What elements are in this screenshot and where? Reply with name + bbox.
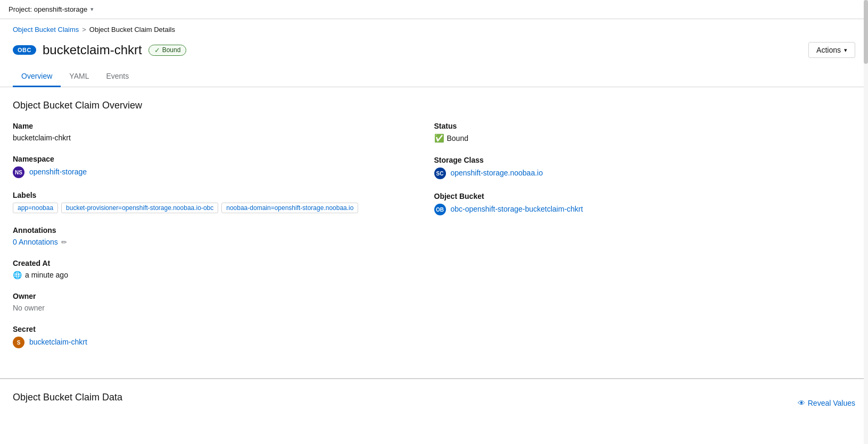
tab-events[interactable]: Events: [97, 66, 137, 87]
globe-icon: 🌐: [13, 271, 22, 279]
reveal-values-button[interactable]: 👁 Reveal Values: [798, 399, 855, 407]
name-label: Name: [13, 122, 434, 130]
page-header: OBC bucketclaim-chkrt ✓ Bound Actions ▾: [0, 38, 868, 66]
field-owner: Owner No owner: [13, 292, 434, 312]
actions-label: Actions: [816, 46, 841, 54]
secret-link[interactable]: bucketclaim-chkrt: [29, 338, 87, 346]
top-bar: Project: openshift-storage ▾: [0, 0, 868, 19]
status-check-icon: ✅: [434, 133, 444, 143]
data-section: Object Bucket Claim Data 👁 Reveal Values: [0, 379, 868, 414]
bound-check-icon: ✓: [154, 46, 160, 54]
storage-class-label: Storage Class: [434, 156, 856, 164]
object-bucket-label: Object Bucket: [434, 192, 856, 200]
project-selector[interactable]: Project: openshift-storage ▾: [9, 5, 94, 13]
reveal-values-label: Reveal Values: [808, 399, 855, 407]
overview-grid: Name bucketclaim-chkrt Namespace NS open…: [13, 122, 855, 361]
status-value: ✅ Bound: [434, 133, 856, 143]
tabs-bar: Overview YAML Events: [0, 66, 868, 87]
annotations-value: 0 Annotations ✏: [13, 238, 434, 246]
ns-badge: NS: [13, 166, 24, 178]
namespace-value: NS openshift-storage: [13, 166, 434, 178]
project-chevron-icon: ▾: [90, 6, 94, 13]
actions-button[interactable]: Actions ▾: [808, 42, 855, 58]
status-label: Status: [434, 122, 856, 130]
left-column: Name bucketclaim-chkrt Namespace NS open…: [13, 122, 434, 361]
page-header-left: OBC bucketclaim-chkrt ✓ Bound: [13, 43, 186, 57]
status-badge: ✓ Bound: [148, 45, 187, 56]
secret-badge: S: [13, 337, 24, 348]
right-column: Status ✅ Bound Storage Class SC openshif…: [434, 122, 856, 361]
main-content: Object Bucket Claim Overview Name bucket…: [0, 87, 868, 374]
field-storage-class: Storage Class SC openshift-storage.nooba…: [434, 156, 856, 179]
bound-label: Bound: [162, 46, 181, 54]
actions-dropdown-icon: ▾: [844, 47, 847, 54]
breadcrumb-current: Object Bucket Claim Details: [89, 26, 175, 33]
object-bucket-link[interactable]: obc-openshift-storage-bucketclaim-chkrt: [450, 205, 583, 213]
label-chip-2[interactable]: bucket-provisioner=openshift-storage.noo…: [61, 203, 218, 213]
eye-icon: 👁: [798, 399, 805, 407]
annotations-label: Annotations: [13, 226, 434, 234]
secret-value: S bucketclaim-chkrt: [13, 337, 434, 348]
storage-class-link[interactable]: openshift-storage.noobaa.io: [450, 169, 543, 177]
created-at-text: a minute ago: [25, 271, 68, 279]
labels-label: Labels: [13, 191, 434, 199]
created-at-label: Created At: [13, 259, 434, 267]
sc-badge: SC: [434, 167, 446, 179]
name-value: bucketclaim-chkrt: [13, 133, 434, 142]
data-section-header: Object Bucket Claim Data 👁 Reveal Values: [13, 392, 855, 414]
field-name: Name bucketclaim-chkrt: [13, 122, 434, 142]
obc-type-badge: OBC: [13, 45, 36, 55]
field-created-at: Created At 🌐 a minute ago: [13, 259, 434, 279]
owner-value: No owner: [13, 304, 434, 312]
scrollbar-thumb[interactable]: [864, 0, 868, 64]
scrollbar-track[interactable]: [864, 0, 868, 418]
page-title: bucketclaim-chkrt: [43, 43, 142, 57]
tab-overview[interactable]: Overview: [13, 66, 61, 87]
namespace-link[interactable]: openshift-storage: [29, 167, 87, 176]
annotations-edit-icon[interactable]: ✏: [61, 238, 67, 246]
labels-list: app=noobaa bucket-provisioner=openshift-…: [13, 203, 434, 213]
object-bucket-value: OB obc-openshift-storage-bucketclaim-chk…: [434, 204, 856, 215]
namespace-label: Namespace: [13, 155, 434, 163]
label-chip-1[interactable]: app=noobaa: [13, 203, 58, 213]
storage-class-value: SC openshift-storage.noobaa.io: [434, 167, 856, 179]
breadcrumb-separator: >: [82, 26, 86, 33]
field-secret: Secret S bucketclaim-chkrt: [13, 325, 434, 348]
field-object-bucket: Object Bucket OB obc-openshift-storage-b…: [434, 192, 856, 215]
breadcrumb-parent-link[interactable]: Object Bucket Claims: [13, 26, 79, 33]
field-status: Status ✅ Bound: [434, 122, 856, 143]
overview-section-title: Object Bucket Claim Overview: [13, 100, 855, 111]
field-labels: Labels app=noobaa bucket-provisioner=ope…: [13, 191, 434, 213]
created-at-value: 🌐 a minute ago: [13, 271, 434, 279]
status-text: Bound: [447, 134, 468, 143]
project-label-text: Project: openshift-storage: [9, 5, 87, 13]
field-namespace: Namespace NS openshift-storage: [13, 155, 434, 178]
secret-label: Secret: [13, 325, 434, 333]
data-section-title: Object Bucket Claim Data: [13, 392, 122, 403]
owner-label: Owner: [13, 292, 434, 300]
tab-yaml[interactable]: YAML: [61, 66, 97, 87]
field-annotations: Annotations 0 Annotations ✏: [13, 226, 434, 246]
annotations-link[interactable]: 0 Annotations: [13, 238, 58, 246]
ob-badge: OB: [434, 204, 446, 215]
label-chip-3[interactable]: noobaa-domain=openshift-storage.noobaa.i…: [221, 203, 358, 213]
breadcrumb: Object Bucket Claims > Object Bucket Cla…: [0, 19, 868, 38]
